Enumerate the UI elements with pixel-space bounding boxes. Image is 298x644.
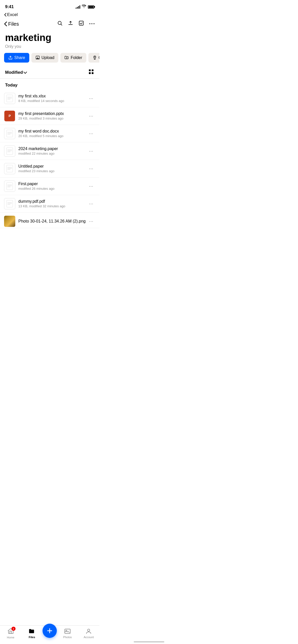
file-more-button[interactable]: ··· (87, 182, 95, 190)
file-icon-paper2 (4, 163, 15, 174)
list-item[interactable]: my first xls.xlsx 8 KB, modified 14 seco… (0, 90, 99, 107)
svg-rect-8 (92, 72, 93, 74)
file-icon-photo (4, 216, 15, 227)
grid-view-icon (88, 69, 94, 75)
file-info: my first xls.xlsx 8 KB, modified 14 seco… (18, 94, 87, 103)
file-more-button[interactable]: ··· (87, 165, 95, 172)
back-arrow-icon (4, 21, 7, 26)
share-button[interactable]: Share (4, 53, 29, 63)
file-meta: 20 KB, modified 5 minutes ago (18, 134, 87, 138)
file-icon-pdf (4, 198, 15, 209)
file-meta: 29 KB, modified 3 minutes ago (18, 116, 87, 120)
back-chevron-icon (4, 13, 7, 17)
back-app-label: Excel (7, 12, 18, 17)
file-name: Photo 30-01-24, 11.34.26 AM (2).png (18, 219, 87, 224)
file-icon-docx (4, 128, 15, 139)
search-button[interactable] (57, 20, 63, 27)
folder-icon (64, 55, 69, 60)
file-more-button[interactable]: ··· (87, 94, 95, 102)
upload-icon (35, 55, 40, 60)
svg-rect-13 (7, 183, 13, 190)
file-name: dummy.pdf.pdf (18, 199, 87, 204)
svg-rect-9 (7, 95, 13, 102)
pptx-badge: P (4, 111, 15, 121)
list-item[interactable]: P my first presentation.pptx 29 KB, modi… (0, 107, 99, 125)
file-info: my first presentation.pptx 29 KB, modifi… (18, 111, 87, 120)
top-navigation: Files ··· (0, 18, 99, 31)
list-item[interactable]: First.paper modified 26 minutes ago ··· (0, 178, 99, 195)
signal-icon (76, 5, 80, 9)
file-list-container: Today my first xls.xlsx 8 KB, modified 1… (0, 79, 99, 251)
file-more-button[interactable]: ··· (87, 147, 95, 155)
file-info: my first word doc.docx 20 KB, modified 5… (18, 129, 87, 138)
list-item[interactable]: 2024 marketing.paper modified 22 minutes… (0, 142, 99, 160)
upload-button-action[interactable]: Upload (31, 53, 59, 63)
svg-rect-12 (7, 165, 13, 172)
svg-rect-14 (7, 200, 13, 207)
battery-icon (88, 5, 94, 9)
page-subtitle: Only you (5, 44, 94, 49)
page-title-section: marketing Only you (0, 31, 99, 53)
select-button[interactable] (78, 20, 84, 27)
file-name: my first word doc.docx (18, 129, 87, 134)
view-toggle-button[interactable] (88, 69, 94, 76)
status-time: 9:41 (5, 4, 14, 9)
sort-chevron-icon (23, 70, 27, 74)
offline-icon (92, 55, 97, 60)
file-info: First.paper modified 26 minutes ago (18, 182, 87, 191)
file-name: my first xls.xlsx (18, 94, 87, 98)
file-more-button[interactable]: ··· (87, 200, 95, 208)
section-today-header: Today (0, 79, 99, 90)
share-icon (8, 55, 13, 60)
nav-back-files[interactable]: Files (4, 21, 19, 27)
file-more-button[interactable]: ··· (87, 129, 95, 137)
file-name: First.paper (18, 182, 87, 186)
share-label: Share (14, 55, 25, 60)
file-icon-paper (4, 145, 15, 157)
offline-label: Offlin… (99, 55, 99, 60)
list-item[interactable]: my first word doc.docx 20 KB, modified 5… (0, 125, 99, 142)
file-info: Photo 30-01-24, 11.34.26 AM (2).png (18, 219, 87, 224)
status-icons (76, 5, 94, 9)
sort-label-text: Modified (5, 70, 23, 75)
file-meta: modified 23 minutes ago (18, 169, 87, 173)
file-icon-paper3 (4, 181, 15, 192)
status-bar: 9:41 (0, 0, 99, 12)
back-to-excel[interactable]: Excel (0, 12, 99, 18)
file-info: Untitled.paper modified 23 minutes ago (18, 164, 87, 173)
file-name: Untitled.paper (18, 164, 87, 169)
upload-button[interactable] (68, 20, 73, 27)
file-name: my first presentation.pptx (18, 111, 87, 116)
file-name: 2024 marketing.paper (18, 147, 87, 151)
file-list: my first xls.xlsx 8 KB, modified 14 seco… (0, 90, 99, 228)
file-more-button[interactable]: ··· (87, 217, 95, 225)
offline-button[interactable]: Offlin… (88, 53, 99, 63)
more-options-button[interactable]: ··· (89, 21, 95, 27)
file-icon-pptx: P (4, 110, 15, 122)
folder-label: Folder (71, 55, 82, 60)
svg-rect-2 (79, 21, 83, 25)
file-meta: 13 KB, modified 32 minutes ago (18, 204, 87, 208)
svg-rect-11 (7, 148, 13, 155)
svg-rect-1 (68, 24, 73, 25)
page-title: marketing (5, 33, 94, 43)
svg-rect-6 (92, 69, 93, 71)
svg-rect-5 (89, 69, 91, 71)
wifi-icon (82, 5, 86, 9)
svg-rect-7 (89, 72, 91, 74)
sort-button[interactable]: Modified (5, 70, 26, 75)
sort-bar: Modified (0, 67, 99, 79)
file-info: 2024 marketing.paper modified 22 minutes… (18, 147, 87, 155)
nav-back-label: Files (8, 21, 19, 27)
nav-actions: ··· (57, 20, 95, 27)
list-item[interactable]: Untitled.paper modified 23 minutes ago ·… (0, 160, 99, 178)
list-item[interactable]: Photo 30-01-24, 11.34.26 AM (2).png ··· (0, 213, 99, 228)
file-info: dummy.pdf.pdf 13 KB, modified 32 minutes… (18, 199, 87, 208)
new-folder-button[interactable]: Folder (60, 53, 86, 63)
file-more-button[interactable]: ··· (87, 112, 95, 120)
svg-rect-10 (7, 130, 13, 137)
file-meta: modified 22 minutes ago (18, 152, 87, 155)
action-buttons-row: Share Upload Folder Offlin… (0, 53, 99, 67)
file-meta: modified 26 minutes ago (18, 187, 87, 191)
list-item[interactable]: dummy.pdf.pdf 13 KB, modified 32 minutes… (0, 195, 99, 213)
